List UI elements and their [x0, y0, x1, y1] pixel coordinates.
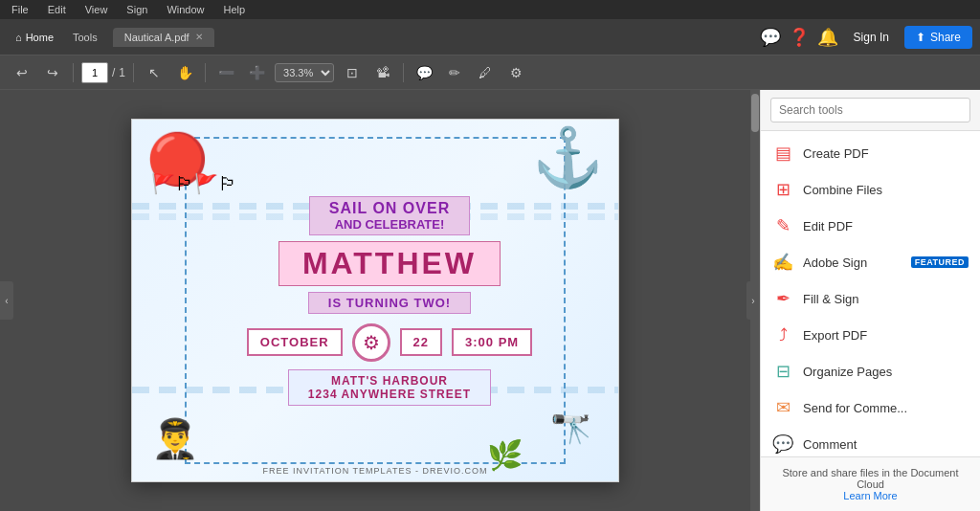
- close-tab-icon[interactable]: ✕: [195, 32, 203, 42]
- home-icon: ⌂: [15, 32, 22, 43]
- tool-item-organize-pages[interactable]: ⊟Organize Pages: [761, 353, 980, 389]
- menu-bar: File Edit View Sign Window Help: [0, 0, 980, 19]
- tool-item-edit-pdf[interactable]: ✎Edit PDF: [761, 208, 980, 244]
- tool-item-fill-sign[interactable]: ✒Fill & Sign: [761, 280, 980, 317]
- search-tools-input[interactable]: [770, 98, 970, 122]
- tool-icon-adobe-sign: ✍: [772, 252, 793, 273]
- zoom-in-icon[interactable]: ➕: [244, 60, 269, 85]
- menu-view[interactable]: View: [81, 2, 112, 17]
- invitation-background: ⚓ 🔴 🚩🏳🚩🏳 👨‍✈️ 🔭 🌿 SAIL ON OVER: [132, 120, 618, 481]
- month-box: OCTOBER: [247, 328, 343, 356]
- tool-item-export-pdf[interactable]: ⤴Export PDF: [761, 317, 980, 353]
- next-page-nav-icon[interactable]: ↪: [40, 60, 65, 85]
- more-tools-icon[interactable]: ⚙: [503, 60, 528, 85]
- venue-text: MATT'S HARBOUR: [308, 374, 471, 388]
- pdf-document: ⚓ 🔴 🚩🏳🚩🏳 👨‍✈️ 🔭 🌿 SAIL ON OVER: [131, 119, 619, 482]
- sign-in-button[interactable]: Sign In: [846, 27, 897, 48]
- invitation-text-area: SAIL ON OVER AND CELEBRATE! MATTHEW IS T…: [247, 196, 532, 406]
- menu-file[interactable]: File: [8, 2, 33, 17]
- page-number-input[interactable]: [81, 62, 108, 83]
- tool-label-combine-files: Combine Files: [803, 183, 969, 197]
- ship-wheel-icon: ⚙: [352, 323, 390, 362]
- tool-label-organize-pages: Organize Pages: [803, 365, 969, 379]
- home-button[interactable]: ⌂ Home: [8, 28, 61, 47]
- chat-icon[interactable]: 💬: [760, 27, 781, 48]
- time-box: 3:00 PM: [452, 328, 532, 356]
- celebrate-text: AND CELEBRATE!: [329, 217, 450, 232]
- flag-bunting: 🚩🏳🚩🏳: [151, 172, 237, 195]
- tool-item-combine-files[interactable]: ⊞Combine Files: [761, 171, 980, 208]
- toolbar-row2: ↩ ↪ / 1 ↖ ✋ ➖ ➕ 33.3% 50% 75% 100% ⊡ 📽 💬…: [0, 56, 980, 90]
- tool-item-adobe-sign[interactable]: ✍Adobe SignFEATURED: [761, 244, 980, 280]
- tool-item-create-pdf[interactable]: ▤Create PDF: [761, 135, 980, 171]
- cursor-tool-icon[interactable]: ↖: [142, 60, 167, 85]
- tool-icon-comment: 💬: [772, 433, 793, 455]
- tool-label-create-pdf: Create PDF: [803, 146, 969, 161]
- tool-icon-organize-pages: ⊟: [772, 361, 793, 382]
- left-panel-collapse[interactable]: ‹: [0, 281, 13, 320]
- tool-item-send-for-comment[interactable]: ✉Send for Comme...: [761, 389, 980, 426]
- sail-on-over-text: SAIL ON OVER: [329, 200, 450, 217]
- tool-label-comment: Comment: [803, 437, 969, 452]
- menu-help[interactable]: Help: [220, 2, 250, 17]
- name-box: MATTHEW: [278, 241, 501, 286]
- highlight-icon[interactable]: ✏: [442, 60, 467, 85]
- tool-label-adobe-sign: Adobe Sign: [803, 256, 902, 270]
- day-box: 22: [400, 328, 442, 356]
- tool-item-comment[interactable]: 💬Comment: [761, 426, 980, 456]
- fit-page-icon[interactable]: ⊡: [340, 60, 365, 85]
- learn-more-link[interactable]: Learn More: [843, 490, 897, 501]
- pdf-viewer: ⚓ 🔴 🚩🏳🚩🏳 👨‍✈️ 🔭 🌿 SAIL ON OVER: [0, 90, 750, 511]
- draw-icon[interactable]: 🖊: [473, 60, 498, 85]
- tool-icon-fill-sign: ✒: [772, 288, 793, 309]
- sail-box: SAIL ON OVER AND CELEBRATE!: [309, 196, 470, 235]
- separator1: [73, 63, 74, 82]
- cloud-text: Store and share files in the Document Cl…: [782, 467, 958, 490]
- tool-icon-create-pdf: ▤: [772, 143, 793, 164]
- file-tab[interactable]: Nautical A.pdf ✕: [113, 28, 214, 47]
- scrollbar-thumb[interactable]: [751, 94, 759, 132]
- tab-section: Nautical A.pdf ✕: [113, 28, 214, 47]
- turning-text: IS TURNING TWO!: [328, 296, 451, 310]
- zoom-out-icon[interactable]: ➖: [213, 60, 238, 85]
- right-panel-collapse[interactable]: ›: [746, 281, 760, 320]
- main-area: ‹ ⚓ 🔴 🚩�: [0, 90, 980, 511]
- tool-icon-send-for-comment: ✉: [772, 397, 793, 418]
- tools-list: ▤Create PDF⊞Combine Files✎Edit PDF✍Adobe…: [761, 131, 980, 456]
- presentation-icon[interactable]: 📽: [370, 60, 395, 85]
- date-row: OCTOBER ⚙ 22 3:00 PM: [247, 323, 532, 362]
- tool-icon-export-pdf: ⤴: [772, 324, 793, 345]
- right-panel: ▤Create PDF⊞Combine Files✎Edit PDF✍Adobe…: [760, 90, 980, 511]
- tool-icon-edit-pdf: ✎: [772, 215, 793, 236]
- total-pages: 1: [119, 66, 125, 79]
- turning-box: IS TURNING TWO!: [308, 292, 471, 314]
- page-navigation: / 1: [81, 62, 125, 83]
- invitation-footer: FREE INVITATION TEMPLATES - DREVIO.COM: [132, 466, 618, 476]
- separator3: [205, 63, 206, 82]
- menu-edit[interactable]: Edit: [44, 2, 70, 17]
- prev-page-nav-icon[interactable]: ↩: [10, 60, 34, 85]
- tool-label-edit-pdf: Edit PDF: [803, 219, 969, 233]
- tool-icon-combine-files: ⊞: [772, 179, 793, 200]
- separator2: [133, 63, 134, 82]
- hand-tool-icon[interactable]: ✋: [172, 60, 197, 85]
- menu-sign[interactable]: Sign: [122, 2, 151, 17]
- share-button[interactable]: ⬆ Share: [904, 26, 972, 49]
- address-box: MATT'S HARBOUR 1234 ANYWHERE STREET: [288, 369, 491, 406]
- help-icon[interactable]: ❓: [789, 27, 810, 48]
- anchor-decoration: ⚓: [532, 129, 604, 187]
- comment-toolbar-icon[interactable]: 💬: [412, 60, 436, 85]
- notification-icon[interactable]: 🔔: [817, 27, 838, 48]
- cloud-section: Store and share files in the Document Cl…: [761, 456, 980, 511]
- name-text: MATTHEW: [302, 246, 477, 281]
- page-separator: /: [112, 66, 115, 79]
- search-tools-bar: [761, 90, 980, 131]
- toolbar-row1: ⌂ Home Tools Nautical A.pdf ✕ 💬 ❓ 🔔 Sign…: [0, 19, 980, 56]
- zoom-select[interactable]: 33.3% 50% 75% 100%: [275, 63, 334, 82]
- tool-label-send-for-comment: Send for Comme...: [803, 401, 969, 415]
- menu-window[interactable]: Window: [163, 2, 208, 17]
- tool-label-export-pdf: Export PDF: [803, 328, 969, 343]
- tools-button[interactable]: Tools: [65, 28, 105, 47]
- separator4: [403, 63, 404, 82]
- sailor-figure: 👨‍✈️: [151, 419, 199, 457]
